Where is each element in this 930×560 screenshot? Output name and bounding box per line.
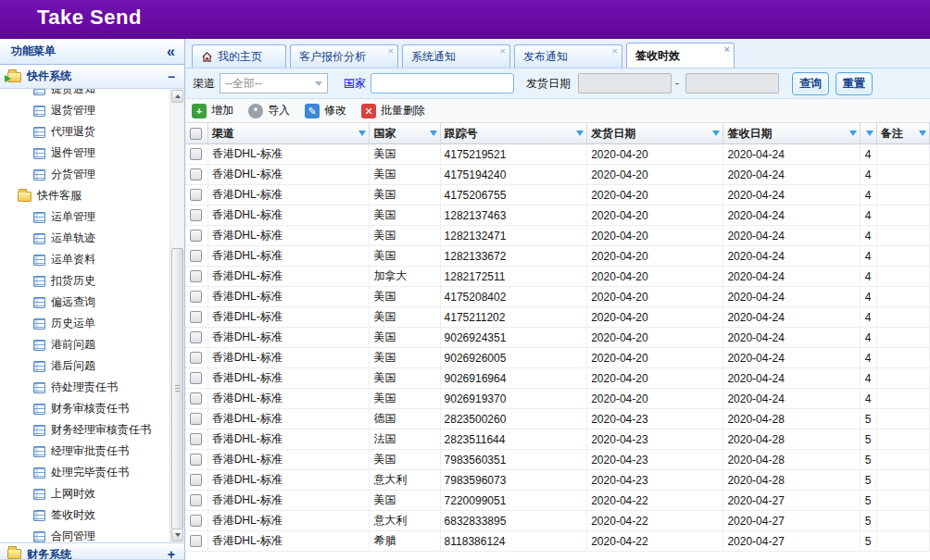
sidebar-item-运单轨迹[interactable]: 运单轨迹 <box>0 228 169 249</box>
close-tab-icon[interactable]: × <box>388 46 394 56</box>
data-grid: 渠道国家跟踪号发货日期签收日期备注 香港DHL-标准美国417521952120… <box>185 123 930 560</box>
row-checkbox[interactable] <box>190 494 202 506</box>
row-checkbox[interactable] <box>190 474 202 486</box>
channel-select[interactable]: --全部-- <box>220 73 328 93</box>
country-label: 国家 <box>344 76 366 92</box>
sidebar-item-处理完毕责任书[interactable]: 处理完毕责任书 <box>0 462 169 483</box>
tab-客户报价分析[interactable]: 客户报价分析× <box>290 44 398 68</box>
row-checkbox[interactable] <box>190 250 202 262</box>
column-header-发货日期[interactable]: 发货日期 <box>587 123 723 143</box>
collapse-sidebar-icon[interactable]: « <box>167 44 175 60</box>
close-tab-icon[interactable]: × <box>612 46 618 56</box>
sidebar-item-财务审核责任书[interactable]: 财务审核责任书 <box>0 398 169 419</box>
row-checkbox[interactable] <box>190 331 202 343</box>
column-header-days[interactable] <box>861 123 877 143</box>
sidebar-item-提货通知[interactable]: 提货通知 <box>0 89 169 100</box>
sort-icon[interactable] <box>430 131 437 136</box>
column-header-签收日期[interactable]: 签收日期 <box>723 123 860 143</box>
row-checkbox[interactable] <box>190 535 202 547</box>
date-to-input[interactable] <box>685 73 779 93</box>
row-checkbox[interactable] <box>190 189 202 201</box>
sidebar-item-快件客服[interactable]: 快件客服 <box>0 185 169 206</box>
sidebar-item-扣货历史[interactable]: 扣货历史 <box>0 270 169 292</box>
cell: 2020-04-20 <box>587 389 723 408</box>
expand-section-icon[interactable]: + <box>168 547 175 560</box>
row-checkbox[interactable] <box>190 352 202 364</box>
row-checkbox[interactable] <box>190 392 202 404</box>
scroll-down-button[interactable] <box>171 529 183 541</box>
row-checkbox[interactable] <box>190 270 202 282</box>
sidebar-item-经理审批责任书[interactable]: 经理审批责任书 <box>0 441 169 462</box>
scroll-up-button[interactable] <box>171 90 183 103</box>
column-header-备注[interactable]: 备注 <box>877 123 930 143</box>
date-from-input[interactable] <box>578 73 672 93</box>
导入-button[interactable]: *导入 <box>248 103 290 118</box>
cell: 1282132471 <box>441 226 588 245</box>
sidebar-item-分货管理[interactable]: 分货管理 <box>0 164 169 185</box>
app-window: Take Send 功能菜单 « 快件系统 − 提货通知退货管理代理退货退件管理… <box>0 0 930 560</box>
tab-签收时效[interactable]: 签收时效× <box>626 43 735 68</box>
sort-icon[interactable] <box>919 131 926 136</box>
sidebar-item-签收时效[interactable]: 签收时效 <box>0 504 169 526</box>
sidebar-item-待处理责任书[interactable]: 待处理责任书 <box>0 377 169 398</box>
sort-icon[interactable] <box>576 131 584 136</box>
column-header-跟踪号[interactable]: 跟踪号 <box>441 123 588 143</box>
增加-button[interactable]: +增加 <box>192 103 233 118</box>
search-button[interactable]: 查询 <box>792 72 829 95</box>
sidebar-scrollbar[interactable] <box>170 89 184 542</box>
row-checkbox[interactable] <box>190 209 202 221</box>
sidebar-item-运单资料[interactable]: 运单资料 <box>0 249 169 270</box>
sidebar-item-退货管理[interactable]: 退货管理 <box>0 100 169 121</box>
sidebar-item-上网时效[interactable]: 上网时效 <box>0 483 169 504</box>
sidebar-item-合同管理[interactable]: 合同管理 <box>0 526 169 542</box>
scrollbar-thumb[interactable] <box>171 248 183 529</box>
sidebar-item-偏远查询[interactable]: 偏远查询 <box>0 292 169 313</box>
column-header-渠道[interactable]: 渠道 <box>208 123 371 143</box>
sidebar-item-运单管理[interactable]: 运单管理 <box>0 206 169 228</box>
cell: 2020-04-20 <box>587 287 723 306</box>
row-checkbox-cell <box>185 267 208 286</box>
grid-icon <box>33 276 45 287</box>
close-tab-icon[interactable]: × <box>500 46 506 56</box>
sidebar-item-港前问题[interactable]: 港前问题 <box>0 334 169 355</box>
close-tab-icon[interactable]: × <box>724 44 730 55</box>
row-checkbox[interactable] <box>190 413 202 425</box>
cell: 2020-04-20 <box>587 185 723 205</box>
row-checkbox[interactable] <box>190 168 202 180</box>
row-checkbox[interactable] <box>190 311 202 323</box>
row-checkbox[interactable] <box>190 372 202 384</box>
sidebar-section-express[interactable]: 快件系统 − <box>0 65 184 89</box>
修改-button[interactable]: ✎修改 <box>305 103 346 118</box>
country-input[interactable] <box>371 73 514 93</box>
row-checkbox[interactable] <box>190 291 202 303</box>
sort-icon[interactable] <box>849 131 857 136</box>
collapse-section-icon[interactable]: − <box>168 69 175 84</box>
sidebar-item-历史运单[interactable]: 历史运单 <box>0 313 169 334</box>
cell: 香港DHL-标准 <box>208 246 371 266</box>
row-checkbox[interactable] <box>190 433 202 445</box>
sort-icon[interactable] <box>712 131 720 136</box>
row-checkbox[interactable] <box>190 230 202 242</box>
tab-发布通知[interactable]: 发布通知× <box>514 44 622 68</box>
reset-button[interactable]: 重置 <box>836 72 873 95</box>
tab-我的主页[interactable]: 我的主页 <box>192 44 286 68</box>
grid-icon <box>33 404 45 415</box>
sidebar-item-财务经理审核责任书[interactable]: 财务经理审核责任书 <box>0 419 169 441</box>
cell: 2020-04-24 <box>723 389 860 408</box>
column-header-国家[interactable]: 国家 <box>370 123 440 143</box>
sidebar-item-退件管理[interactable]: 退件管理 <box>0 143 169 164</box>
cell: 2020-04-28 <box>723 470 860 490</box>
批量删除-button[interactable]: ✕批量删除 <box>361 103 425 118</box>
sort-icon[interactable] <box>358 131 366 136</box>
row-checkbox[interactable] <box>190 148 202 160</box>
row-checkbox[interactable] <box>190 454 202 466</box>
sort-icon[interactable] <box>866 131 873 136</box>
delete-icon: ✕ <box>361 104 376 118</box>
row-checkbox[interactable] <box>190 515 202 527</box>
sidebar-item-代理退货[interactable]: 代理退货 <box>0 121 169 143</box>
select-all-checkbox[interactable] <box>190 128 202 140</box>
sidebar-item-港后问题[interactable]: 港后问题 <box>0 355 169 377</box>
tab-系统通知[interactable]: 系统通知× <box>402 44 510 68</box>
cell <box>877 450 930 469</box>
sidebar-section-finance[interactable]: 财务系统 + <box>0 542 184 560</box>
